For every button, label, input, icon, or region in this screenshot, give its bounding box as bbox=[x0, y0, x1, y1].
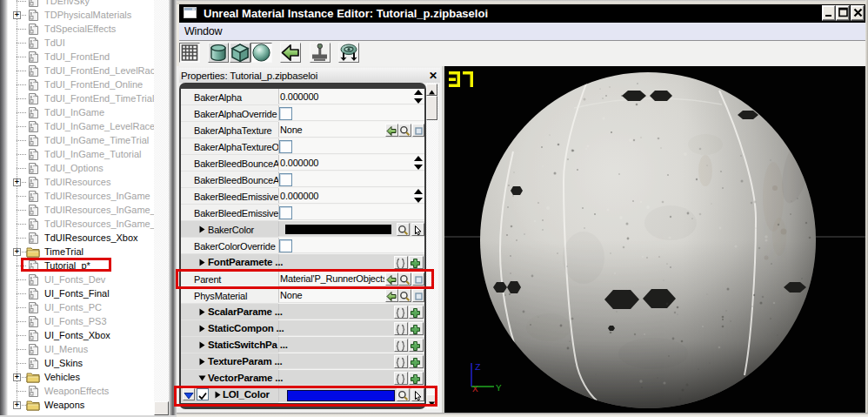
svg-text:X: X bbox=[472, 384, 478, 394]
svg-text:Z: Z bbox=[475, 362, 481, 373]
svg-text:Y: Y bbox=[496, 383, 502, 393]
